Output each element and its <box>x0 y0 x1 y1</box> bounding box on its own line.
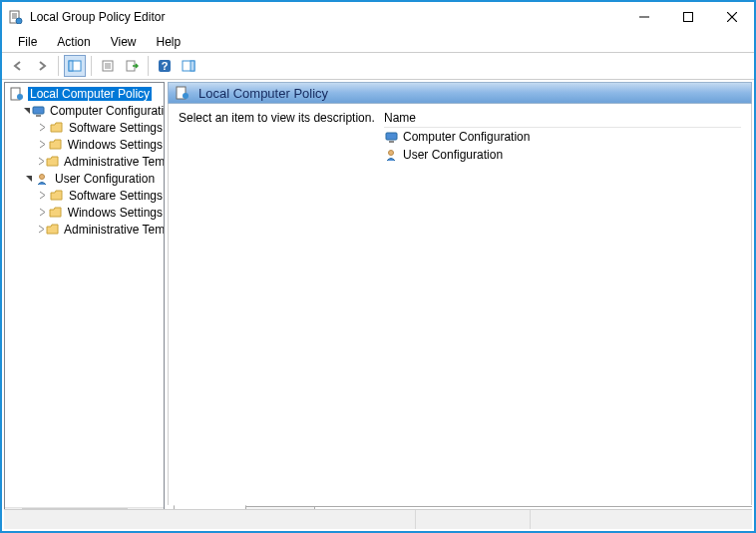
user-icon <box>384 147 400 163</box>
svg-rect-27 <box>386 133 397 140</box>
folder-icon <box>48 137 63 153</box>
svg-rect-10 <box>69 61 73 71</box>
svg-text:?: ? <box>162 60 169 72</box>
close-button[interactable] <box>710 3 754 31</box>
list-column: Name Computer Configuration User Configu… <box>380 108 745 501</box>
chevron-down-icon[interactable] <box>23 174 35 183</box>
column-header-name[interactable]: Name <box>384 108 741 128</box>
tree-label: Computer Configuration <box>49 104 164 118</box>
folder-icon <box>46 222 60 238</box>
show-hide-tree-button[interactable] <box>64 55 86 77</box>
menu-view[interactable]: View <box>101 33 147 51</box>
tree-cc-windows[interactable]: Windows Settings <box>5 136 164 153</box>
list-item-user-config[interactable]: User Configuration <box>384 146 741 164</box>
tree-cc-admin[interactable]: Administrative Templates <box>5 153 164 170</box>
computer-icon <box>32 103 46 119</box>
svg-rect-6 <box>684 13 693 22</box>
chevron-down-icon[interactable] <box>23 106 32 115</box>
tree-label: Software Settings <box>68 121 164 135</box>
description-column: Select an item to view its description. <box>175 108 380 501</box>
tree-label: Software Settings <box>68 189 164 203</box>
menu-help[interactable]: Help <box>147 33 191 51</box>
tree-uc-admin[interactable]: Administrative Templates <box>5 221 164 238</box>
minimize-button[interactable] <box>622 3 666 31</box>
list-item-label: Computer Configuration <box>403 130 530 144</box>
toolbar-separator <box>91 56 92 76</box>
policy-icon <box>9 86 25 102</box>
toolbar-separator <box>148 56 149 76</box>
svg-point-26 <box>183 93 189 99</box>
list-item-label: User Configuration <box>403 148 503 162</box>
folder-icon <box>49 120 65 136</box>
show-hide-action-pane-button[interactable] <box>178 55 199 77</box>
export-button[interactable] <box>121 55 143 77</box>
details-body: Select an item to view its description. … <box>168 104 752 505</box>
help-button[interactable]: ? <box>154 55 176 77</box>
menubar: File Action View Help <box>2 32 754 52</box>
description-text: Select an item to view its description. <box>179 111 375 125</box>
svg-point-24 <box>40 174 45 179</box>
svg-point-21 <box>17 94 23 100</box>
window-title: Local Group Policy Editor <box>30 10 622 24</box>
svg-rect-19 <box>190 61 194 71</box>
svg-point-4 <box>16 18 22 24</box>
tree-pane: Local Computer Policy Computer Configura… <box>4 82 165 525</box>
menu-action[interactable]: Action <box>47 33 100 51</box>
chevron-right-icon[interactable] <box>37 123 49 132</box>
toolbar-separator <box>58 56 59 76</box>
tree-uc-software[interactable]: Software Settings <box>5 187 164 204</box>
policy-icon <box>175 85 190 101</box>
details-header: Local Computer Policy <box>168 82 752 104</box>
svg-point-29 <box>389 151 394 156</box>
app-icon <box>8 9 24 25</box>
policy-tree[interactable]: Local Computer Policy Computer Configura… <box>5 83 164 507</box>
list-item-computer-config[interactable]: Computer Configuration <box>384 128 741 146</box>
details-header-title: Local Computer Policy <box>198 86 328 101</box>
user-icon <box>35 171 51 187</box>
content-area: Local Computer Policy Computer Configura… <box>4 82 752 525</box>
tree-cc-software[interactable]: Software Settings <box>5 119 164 136</box>
svg-rect-22 <box>33 107 44 114</box>
toolbar: ? <box>2 52 754 80</box>
menu-file[interactable]: File <box>8 33 47 51</box>
forward-button[interactable] <box>31 55 53 77</box>
tree-label: Windows Settings <box>67 206 164 220</box>
svg-rect-23 <box>36 115 41 117</box>
back-button[interactable] <box>7 55 29 77</box>
chevron-right-icon[interactable] <box>37 191 49 200</box>
chevron-right-icon[interactable] <box>37 208 48 217</box>
tree-label: Administrative Templates <box>63 155 164 169</box>
chevron-right-icon[interactable] <box>37 157 46 166</box>
tree-label: Administrative Templates <box>63 223 164 237</box>
tree-uc-windows[interactable]: Windows Settings <box>5 204 164 221</box>
column-header-label: Name <box>384 111 416 125</box>
chevron-right-icon[interactable] <box>37 225 46 234</box>
computer-icon <box>384 129 400 145</box>
details-pane: Local Computer Policy Select an item to … <box>168 82 752 525</box>
folder-icon <box>49 188 65 204</box>
tree-computer-config[interactable]: Computer Configuration <box>5 102 164 119</box>
chevron-right-icon[interactable] <box>37 140 48 149</box>
tree-label: Local Computer Policy <box>28 87 152 101</box>
properties-button[interactable] <box>97 55 119 77</box>
tree-root[interactable]: Local Computer Policy <box>5 85 164 102</box>
svg-rect-28 <box>389 141 394 143</box>
folder-icon <box>46 154 60 170</box>
folder-icon <box>48 205 63 221</box>
maximize-button[interactable] <box>666 3 710 31</box>
tree-label: Windows Settings <box>67 138 164 152</box>
tree-label: User Configuration <box>54 172 156 186</box>
tree-user-config[interactable]: User Configuration <box>5 170 164 187</box>
titlebar: Local Group Policy Editor <box>2 2 754 32</box>
status-bar <box>4 509 752 529</box>
